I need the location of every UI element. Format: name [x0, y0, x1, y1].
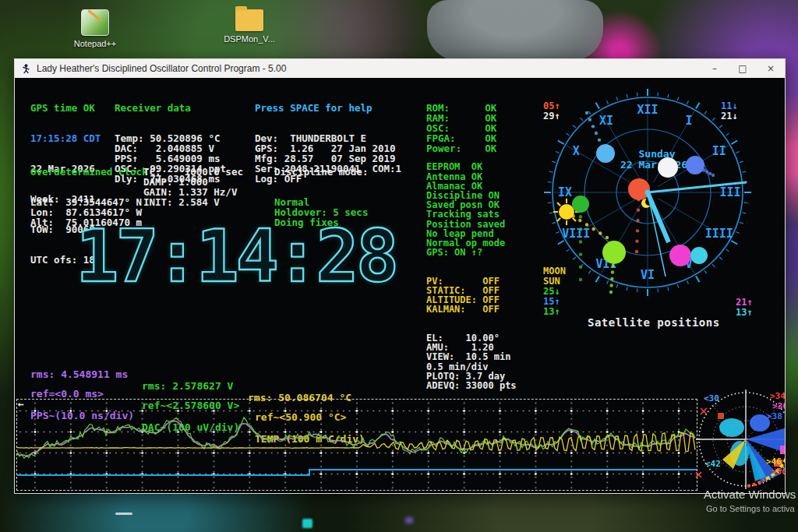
- close-button[interactable]: ×: [757, 59, 785, 78]
- satellite-trail-dot: [635, 239, 638, 242]
- satmap-element: [712, 264, 715, 267]
- folder-icon: [235, 9, 263, 31]
- satellite-dot: [690, 247, 708, 264]
- satmap-element: [677, 97, 679, 100]
- satellite-dot: [658, 157, 678, 178]
- satmap-element: [637, 93, 638, 97]
- satmap-element: [719, 257, 722, 259]
- plot-trace: [17, 470, 697, 475]
- notepadpp-icon: [81, 9, 109, 36]
- satmap-element: [552, 161, 556, 163]
- sat-prn-label: 21↓: [721, 111, 754, 122]
- signal-level-label: >38: [767, 412, 782, 421]
- satellite-trail-dot: [588, 118, 591, 121]
- hour-hand: [648, 192, 669, 242]
- satellite-trail-dot: [579, 227, 582, 231]
- satellite-trail-dot: [708, 172, 711, 175]
- clock-numeral: XI: [599, 114, 613, 128]
- satellite-trail-dot: [579, 252, 582, 255]
- satellite-trail-dot: [591, 125, 595, 128]
- satmap-element: [704, 270, 707, 273]
- satmap-element: [596, 103, 600, 109]
- plot-trace: [17, 421, 695, 456]
- satmap-element: [736, 231, 740, 233]
- satellite-trail-dot: [609, 291, 613, 294]
- satmap-element: [731, 241, 737, 245]
- satellite-trail-dot: [705, 170, 708, 173]
- satellite-trail-dot: [609, 284, 613, 287]
- satellite-trail-dot: [591, 227, 595, 231]
- satmap-element: [548, 182, 552, 183]
- clock-numeral: XII: [637, 103, 658, 117]
- satellite-trail-dot: [636, 219, 639, 222]
- satellite-trail-dot: [637, 208, 640, 211]
- satellite-dot: [669, 245, 691, 266]
- satmap-element: [704, 111, 707, 115]
- satmap-element: [742, 171, 746, 172]
- satmap-element: [677, 284, 679, 288]
- satellite-trail-dot: [611, 270, 614, 273]
- satellite-dot: [596, 144, 615, 163]
- satmap-element: [549, 171, 553, 172]
- satellite-trail-dot: [606, 236, 609, 239]
- rms-row: rms: 4.548911 ms rms: 2.578627 V rms: 50…: [15, 357, 482, 368]
- satmap-element: [637, 288, 638, 292]
- window-titlebar[interactable]: Lady Heather's Disciplined Oscillator Co…: [15, 59, 785, 78]
- sat-labels-bottomleft: MOONSUN25↓15↑13↑: [543, 246, 577, 337]
- plot-area[interactable]: [16, 399, 697, 491]
- satmap-element: [616, 284, 618, 288]
- status-line: GPS time OK: [30, 103, 101, 113]
- satellite-trail-dot: [598, 231, 602, 234]
- satmap-element: [668, 287, 669, 291]
- satellite-trail-dot: [579, 266, 582, 269]
- desktop-icon-dspmon[interactable]: DSPMon_V...: [212, 6, 287, 44]
- close-icon: ×: [767, 63, 775, 74]
- app-window: Lady Heather's Disciplined Oscillator Co…: [14, 58, 786, 494]
- satellite-trail-dot: [635, 250, 638, 253]
- wallpaper-speck: [405, 517, 413, 523]
- wallpaper-speck: [115, 513, 132, 515]
- maximize-button[interactable]: □: [729, 59, 757, 78]
- satmap-element: [658, 288, 659, 292]
- satellite-trail-dot: [610, 277, 613, 280]
- satellite-map-caption: Satellite positions: [588, 316, 720, 329]
- satmap-element: [607, 100, 609, 104]
- satellite-dot: [572, 196, 589, 213]
- satmap-element: [558, 241, 564, 245]
- window-title: Lady Heather's Disciplined Oscillator Co…: [37, 63, 701, 74]
- satmap-element: [696, 103, 700, 109]
- receiver-status-block: EEPROM OKAntenna OKAlmanac OKDiscipline …: [426, 143, 517, 410]
- satmap-element: [552, 222, 556, 224]
- block-title: Receiver data: [115, 103, 226, 113]
- satellite-trail-dot: [579, 215, 582, 218]
- satmap-element: [696, 276, 700, 282]
- wallpaper-speck: [302, 519, 312, 528]
- activate-windows-subtext: Go to Settings to activa: [706, 504, 795, 513]
- satmap-element: [556, 152, 560, 153]
- desktop: { "palette":{ "green":"#2fd32f","blue":"…: [0, 0, 798, 532]
- satellite-trail-dot: [579, 278, 582, 281]
- app-screen: GPS time OK 17:15:28 CDT 22 Mar 2026 Wee…: [15, 78, 785, 492]
- plot-legend-row: ← PPS~(10.0 ns/div) DAC~(100 uV/div) TEM…: [15, 386, 482, 397]
- sun-ray: [573, 218, 576, 221]
- satmap-element: [658, 93, 659, 97]
- satmap-element: [588, 111, 591, 115]
- desktop-icon-notepadpp[interactable]: Notepad++: [58, 9, 132, 48]
- signal-level-label: <30: [704, 394, 719, 403]
- sat-labels-topright: 11↓21↓: [721, 81, 754, 142]
- satmap-element: [736, 152, 740, 153]
- clock-numeral: VI: [641, 268, 655, 282]
- satmap-element: [743, 203, 747, 203]
- clock-numeral: III: [719, 185, 740, 199]
- signal-level-label: >34: [770, 392, 785, 400]
- filter-line: KALMAN: OFF: [426, 305, 517, 314]
- satmap-element: [668, 94, 669, 98]
- signal-level-label: >50: [772, 467, 785, 476]
- signal-level-label: >36: [772, 402, 785, 410]
- desktop-icon-label: Notepad++: [58, 39, 132, 48]
- satellite-trail-dot: [585, 111, 588, 115]
- satmap-element: [588, 270, 591, 273]
- minimize-button[interactable]: –: [701, 59, 729, 78]
- sat-prn-label: 29↑: [543, 111, 577, 122]
- satellite-dot: [602, 241, 626, 264]
